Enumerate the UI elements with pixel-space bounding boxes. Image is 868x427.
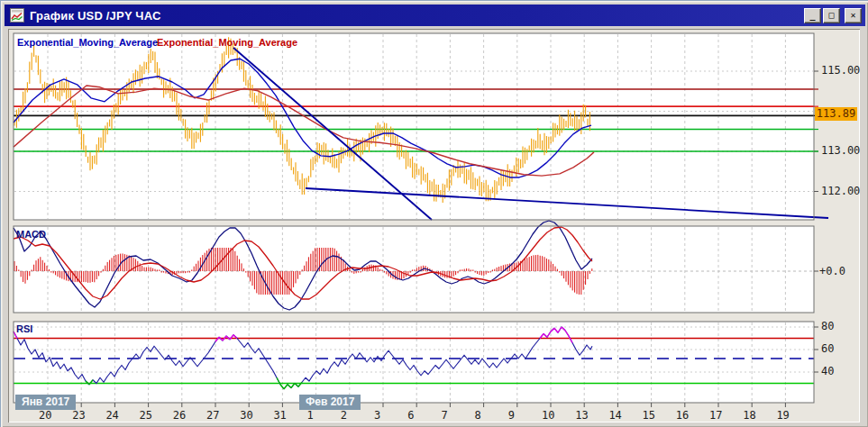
pane-background	[14, 33, 814, 220]
date-axis-label: 26	[173, 409, 186, 422]
macd-label: MACD	[16, 229, 46, 240]
date-axis-label: 10	[542, 409, 554, 422]
date-axis-label: 18	[743, 409, 755, 422]
price-axis-label: 115.00	[821, 64, 860, 77]
date-axis-label: 6	[407, 409, 414, 422]
date-axis-label: 13	[575, 409, 588, 422]
date-axis-label: 31	[273, 409, 286, 422]
chart-window: График USD /JPY ЧАС _ □ ✕ Exponential_Mo…	[0, 0, 868, 427]
macd-zero-label: +0.0	[819, 265, 845, 277]
date-axis-label: 16	[676, 409, 689, 422]
ema-label-red: Exponential_Moving_Average	[157, 37, 297, 48]
month-badge-jan: Янв 2017	[15, 395, 76, 410]
rsi-axis-label: 60	[821, 342, 834, 355]
date-axis-label: 1	[307, 409, 314, 422]
splitter-main-macd[interactable]	[11, 221, 817, 226]
price-axis-label: 113.00	[821, 144, 860, 157]
splitter-macd-rsi[interactable]	[11, 313, 817, 319]
rsi-axis-label: 80	[821, 320, 834, 332]
date-axis-label: 30	[240, 409, 252, 422]
current-price-badge: 113.89	[815, 107, 857, 121]
date-axis-label: 19	[776, 409, 789, 422]
chart-canvas[interactable]	[1, 1, 868, 427]
date-axis-label: 25	[140, 409, 152, 422]
date-axis-label: 27	[206, 409, 219, 422]
date-axis-label: 8	[475, 409, 481, 422]
date-axis-label: 23	[72, 409, 85, 422]
rsi-label: RSI	[16, 323, 32, 334]
date-axis-label: 20	[39, 409, 51, 422]
rsi-axis-label: 40	[821, 365, 834, 377]
date-axis-label: 7	[441, 409, 447, 422]
date-axis-label: 9	[508, 409, 515, 422]
month-badge-feb: Фев 2017	[299, 395, 361, 410]
date-axis-label: 17	[709, 409, 722, 422]
date-axis-label: 2	[341, 409, 347, 422]
pane-background	[14, 322, 814, 403]
date-axis-label: 15	[643, 409, 655, 422]
date-axis-label: 24	[105, 409, 118, 422]
price-axis-label: 112.00	[821, 185, 860, 197]
ema-label-blue: Exponential_Moving_Average	[17, 37, 158, 48]
date-axis-label: 3	[374, 409, 380, 422]
date-axis-label: 14	[608, 409, 621, 422]
